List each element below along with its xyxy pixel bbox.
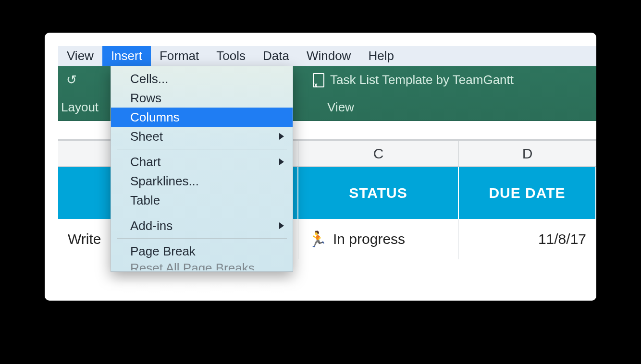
excel-file-icon xyxy=(313,73,324,87)
cell-status-text: In progress xyxy=(333,231,405,247)
table-header-due: DUE DATE xyxy=(459,167,596,219)
insert-dropdown: Cells... Rows Columns Sheet Chart Sparkl… xyxy=(111,66,293,272)
menu-format[interactable]: Format xyxy=(151,46,208,66)
app-viewport: View Insert Format Tools Data Window Hel… xyxy=(58,46,596,301)
menu-help[interactable]: Help xyxy=(359,46,402,66)
running-person-icon: 🏃 xyxy=(308,230,327,248)
dd-page-break[interactable]: Page Break xyxy=(111,242,293,261)
dd-separator xyxy=(117,213,287,213)
dd-sheet[interactable]: Sheet xyxy=(111,127,293,146)
dd-separator xyxy=(117,149,287,149)
menubar: View Insert Format Tools Data Window Hel… xyxy=(58,46,596,66)
document-title-area: Task List Template by TeamGantt xyxy=(313,66,514,94)
dd-rows[interactable]: Rows xyxy=(111,88,293,108)
dd-sparklines[interactable]: Sparklines... xyxy=(111,171,293,191)
dd-reset-page-breaks[interactable]: Reset All Page Breaks xyxy=(111,261,293,270)
ribbon-tab-layout[interactable]: Layout xyxy=(58,100,99,115)
app-window: View Insert Format Tools Data Window Hel… xyxy=(45,33,596,301)
dd-columns[interactable]: Columns xyxy=(111,108,293,127)
ribbon-tab-view[interactable]: View xyxy=(327,100,354,115)
dd-table[interactable]: Table xyxy=(111,191,293,210)
undo-icon[interactable]: ↺ xyxy=(58,73,85,87)
menu-data[interactable]: Data xyxy=(254,46,298,66)
cell-due-date[interactable]: 11/8/17 xyxy=(459,219,596,259)
document-title: Task List Template by TeamGantt xyxy=(330,73,514,87)
dd-separator xyxy=(117,238,287,239)
menu-insert[interactable]: Insert xyxy=(102,46,151,66)
column-header-d[interactable]: D xyxy=(459,141,596,166)
menu-view[interactable]: View xyxy=(58,46,102,66)
cell-status[interactable]: 🏃 In progress xyxy=(298,219,459,259)
crop-fade xyxy=(58,281,596,301)
column-header-c[interactable]: C xyxy=(298,141,459,166)
menu-tools[interactable]: Tools xyxy=(208,46,254,66)
dd-cells[interactable]: Cells... xyxy=(111,69,293,88)
dd-addins[interactable]: Add-ins xyxy=(111,216,293,235)
menu-window[interactable]: Window xyxy=(298,46,359,66)
dd-chart[interactable]: Chart xyxy=(111,152,293,171)
table-header-status: STATUS xyxy=(298,167,459,219)
